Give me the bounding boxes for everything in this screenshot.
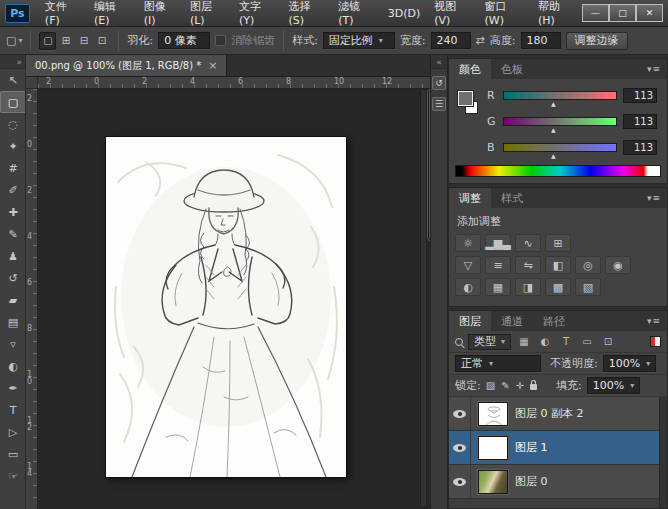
tab-styles[interactable]: 样式 xyxy=(491,188,533,208)
swap-width-height-icon[interactable]: ⇄ xyxy=(476,34,485,47)
menu-filter[interactable]: 滤镜(T) xyxy=(331,0,381,26)
layer-thumbnail[interactable] xyxy=(478,402,508,426)
menu-edit[interactable]: 编辑(E) xyxy=(87,0,137,26)
posterize-icon[interactable]: ▦ xyxy=(485,278,511,296)
history-brush-tool[interactable]: ↺ xyxy=(0,267,26,289)
tab-layers[interactable]: 图层 xyxy=(449,311,491,331)
properties-panel-icon[interactable]: ☰ xyxy=(432,97,446,111)
layer-row-selected[interactable]: 图层 1 xyxy=(449,431,659,465)
style-dropdown[interactable]: 固定比例 xyxy=(323,32,395,49)
eraser-tool[interactable]: ▰ xyxy=(0,289,26,311)
menu-image[interactable]: 图像(I) xyxy=(137,0,183,26)
close-document-icon[interactable]: × xyxy=(208,59,217,72)
photo-filter-icon[interactable]: ◎ xyxy=(575,256,601,274)
brush-tool[interactable]: ✎ xyxy=(0,223,26,245)
vertical-scrollbar[interactable] xyxy=(420,89,427,507)
brightness-contrast-icon[interactable]: ☼ xyxy=(455,234,481,252)
filter-kind-dropdown[interactable]: 类型 xyxy=(468,334,511,350)
menu-select[interactable]: 选择(S) xyxy=(281,0,331,26)
curves-icon[interactable]: ∿ xyxy=(515,234,541,252)
eyedropper-tool[interactable]: ✐ xyxy=(0,179,26,201)
canvas[interactable] xyxy=(106,137,346,477)
visibility-eye-icon[interactable] xyxy=(453,410,466,418)
blue-slider[interactable] xyxy=(503,143,617,152)
blend-mode-dropdown[interactable]: 正常 xyxy=(455,355,541,372)
lock-transparency-icon[interactable]: ▨ xyxy=(486,380,495,391)
color-balance-icon[interactable]: ⇋ xyxy=(515,256,541,274)
pen-tool[interactable]: ✒ xyxy=(0,377,26,399)
move-tool[interactable]: ↖ xyxy=(0,69,26,91)
rectangular-marquee-tool[interactable]: ▢ xyxy=(0,91,26,113)
toolbar-expand-icon[interactable]: » xyxy=(0,55,25,69)
tab-swatches[interactable]: 色板 xyxy=(491,59,533,79)
green-slider[interactable] xyxy=(503,117,617,126)
black-white-icon[interactable]: ◧ xyxy=(545,256,571,274)
layer-thumbnail[interactable] xyxy=(478,436,508,460)
foreground-color-swatch[interactable] xyxy=(458,91,473,106)
green-value[interactable]: 113 xyxy=(623,114,657,129)
lock-all-icon[interactable] xyxy=(530,384,537,390)
adjustment-filter-icon[interactable]: ◐ xyxy=(537,334,553,350)
color-ramp[interactable] xyxy=(455,165,661,177)
close-button[interactable]: ✕ xyxy=(636,4,663,22)
tool-preset-dropdown[interactable]: ▢ ▾ xyxy=(6,34,22,47)
clone-stamp-tool[interactable]: ♟ xyxy=(0,245,26,267)
lasso-tool[interactable]: ◌ xyxy=(0,113,26,135)
path-selection-tool[interactable]: ▷ xyxy=(0,421,26,443)
lock-position-icon[interactable]: ✛ xyxy=(516,380,524,391)
rectangle-tool[interactable]: ▭ xyxy=(0,443,26,465)
blur-tool[interactable]: ▿ xyxy=(0,333,26,355)
new-selection-button[interactable]: ▢ xyxy=(39,32,56,50)
intersect-selection-button[interactable]: ⊡ xyxy=(93,32,110,50)
layer-row[interactable]: 图层 0 xyxy=(449,465,659,499)
lock-image-icon[interactable]: ✎ xyxy=(501,380,509,391)
visibility-eye-icon[interactable] xyxy=(453,444,466,452)
refine-edge-button[interactable]: 调整边缘 xyxy=(566,32,628,50)
filter-toggle-switch[interactable] xyxy=(650,336,661,347)
levels-icon[interactable]: ▂▆▃ xyxy=(485,234,511,252)
document-tab[interactable]: 00.png @ 100% (图层 1, RGB/8) * × xyxy=(26,55,227,76)
type-filter-icon[interactable]: T xyxy=(558,334,574,350)
menu-window[interactable]: 窗口(W) xyxy=(478,0,531,26)
add-selection-button[interactable]: ⊞ xyxy=(57,32,74,50)
blue-value[interactable]: 113 xyxy=(623,140,657,155)
healing-brush-tool[interactable]: ✚ xyxy=(0,201,26,223)
hand-tool[interactable]: ☞ xyxy=(0,465,26,487)
subtract-selection-button[interactable]: ⊟ xyxy=(75,32,92,50)
gradient-tool[interactable]: ▤ xyxy=(0,311,26,333)
red-value[interactable]: 113 xyxy=(623,88,657,103)
quick-selection-tool[interactable]: ✦ xyxy=(0,135,26,157)
exposure-icon[interactable]: ⊞ xyxy=(545,234,571,252)
layers-scrollbar[interactable] xyxy=(659,397,667,508)
maximize-button[interactable]: □ xyxy=(609,4,636,22)
feather-input[interactable]: 0 像素 xyxy=(158,32,210,49)
visibility-cell[interactable] xyxy=(449,397,471,430)
history-panel-icon[interactable]: ↺ xyxy=(432,76,446,90)
opacity-input[interactable]: 100% xyxy=(603,355,656,372)
height-input[interactable]: 180 xyxy=(521,32,561,49)
channel-mixer-icon[interactable]: ◉ xyxy=(605,256,631,274)
vibrance-icon[interactable]: ▽ xyxy=(455,256,481,274)
antialias-checkbox[interactable] xyxy=(215,35,226,46)
tab-channels[interactable]: 通道 xyxy=(491,311,533,331)
type-tool[interactable]: T xyxy=(0,399,26,421)
hue-saturation-icon[interactable]: ≡ xyxy=(485,256,511,274)
crop-tool[interactable]: # xyxy=(0,157,26,179)
minimize-button[interactable]: — xyxy=(582,4,609,22)
fill-input[interactable]: 100% xyxy=(587,377,640,394)
visibility-cell[interactable] xyxy=(449,431,471,464)
selective-color-icon[interactable]: ▧ xyxy=(575,278,601,296)
menu-file[interactable]: 文件(F) xyxy=(38,0,87,26)
tab-paths[interactable]: 路径 xyxy=(533,311,575,331)
panel-menu-icon[interactable]: ▾≡ xyxy=(647,193,667,203)
tab-color[interactable]: 颜色 xyxy=(449,59,491,79)
smart-object-filter-icon[interactable]: ⊡ xyxy=(600,334,616,350)
menu-help[interactable]: 帮助(H) xyxy=(531,0,582,26)
threshold-icon[interactable]: ◨ xyxy=(515,278,541,296)
menu-type[interactable]: 文字(Y) xyxy=(232,0,282,26)
width-input[interactable]: 240 xyxy=(431,32,471,49)
dock-expand-icon[interactable]: « xyxy=(431,55,447,69)
dodge-tool[interactable]: ◐ xyxy=(0,355,26,377)
panel-menu-icon[interactable]: ▾≡ xyxy=(647,316,667,326)
shape-filter-icon[interactable]: ▭ xyxy=(579,334,595,350)
